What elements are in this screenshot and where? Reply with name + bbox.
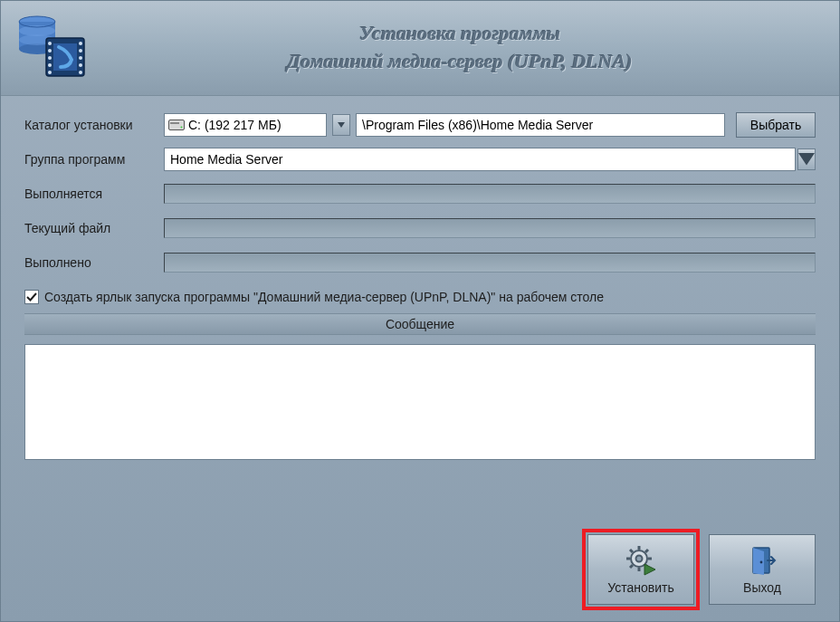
svg-point-12 xyxy=(48,71,52,74)
svg-point-11 xyxy=(48,63,52,67)
program-group-input[interactable] xyxy=(164,148,796,171)
svg-rect-19 xyxy=(170,122,179,124)
label-completed: Выполнено xyxy=(24,255,164,270)
label-current-file: Текущий файл xyxy=(24,221,164,235)
row-in-progress: Выполняется xyxy=(24,181,816,206)
row-current-file: Текущий файл xyxy=(24,215,816,241)
svg-line-27 xyxy=(630,550,633,552)
svg-point-15 xyxy=(79,56,82,60)
exit-button-label: Выход xyxy=(743,580,781,595)
title-line-2: Домашний медиа-сервер (UPnP, DLNA) xyxy=(95,48,825,76)
svg-point-22 xyxy=(636,556,643,562)
progress-current-file xyxy=(164,218,816,238)
header: Установка программы Домашний медиа-серве… xyxy=(1,1,839,96)
checkmark-icon xyxy=(26,292,37,302)
install-path-input[interactable] xyxy=(356,113,725,137)
exit-button[interactable]: Выход xyxy=(709,534,816,605)
desktop-shortcut-checkbox[interactable] xyxy=(24,290,39,304)
row-completed: Выполнено xyxy=(24,250,816,275)
svg-point-8 xyxy=(48,42,52,45)
svg-point-20 xyxy=(181,127,183,129)
svg-rect-18 xyxy=(169,120,185,130)
app-icon xyxy=(15,14,95,82)
drive-selected-text: C: (192 217 МБ) xyxy=(188,118,322,132)
door-exit-icon xyxy=(746,544,778,577)
main-form: Каталог установки C: (192 217 МБ) Выбрат… xyxy=(1,96,839,344)
row-desktop-shortcut: Создать ярлык запуска программы "Домашни… xyxy=(24,284,816,310)
svg-point-17 xyxy=(79,71,82,74)
disk-icon xyxy=(168,120,185,130)
title-line-1: Установка программы xyxy=(95,20,825,48)
svg-point-13 xyxy=(79,42,82,45)
message-box xyxy=(24,344,816,460)
header-title: Установка программы Домашний медиа-серве… xyxy=(95,20,825,76)
svg-point-16 xyxy=(79,63,82,67)
row-install-dir: Каталог установки C: (192 217 МБ) Выбрат… xyxy=(24,112,816,138)
drive-dropdown-button[interactable] xyxy=(332,114,350,136)
chevron-down-icon xyxy=(338,122,345,128)
film-icon xyxy=(43,34,88,80)
install-button-label: Установить xyxy=(607,580,673,595)
svg-line-30 xyxy=(630,565,633,568)
group-dropdown-button[interactable] xyxy=(797,148,816,170)
svg-point-32 xyxy=(760,561,763,564)
chevron-down-icon xyxy=(798,153,815,166)
desktop-shortcut-label: Создать ярлык запуска программы "Домашни… xyxy=(44,290,604,304)
svg-point-9 xyxy=(48,49,52,53)
svg-point-14 xyxy=(79,49,82,53)
browse-button[interactable]: Выбрать xyxy=(736,112,816,138)
footer: Установить Выход xyxy=(1,460,839,621)
svg-point-10 xyxy=(48,56,52,60)
message-header: Сообщение xyxy=(24,313,816,335)
drive-select[interactable]: C: (192 217 МБ) xyxy=(164,113,327,137)
label-in-progress: Выполняется xyxy=(24,187,164,201)
label-program-group: Группа программ xyxy=(24,152,164,167)
row-program-group: Группа программ xyxy=(24,147,816,172)
install-button[interactable]: Установить xyxy=(587,534,694,605)
progress-in-progress xyxy=(164,184,816,204)
installer-window: Установка программы Домашний медиа-серве… xyxy=(0,0,840,622)
svg-line-29 xyxy=(645,550,648,552)
progress-completed xyxy=(164,253,816,273)
gear-play-icon xyxy=(625,544,657,577)
label-install-dir: Каталог установки xyxy=(24,118,164,132)
